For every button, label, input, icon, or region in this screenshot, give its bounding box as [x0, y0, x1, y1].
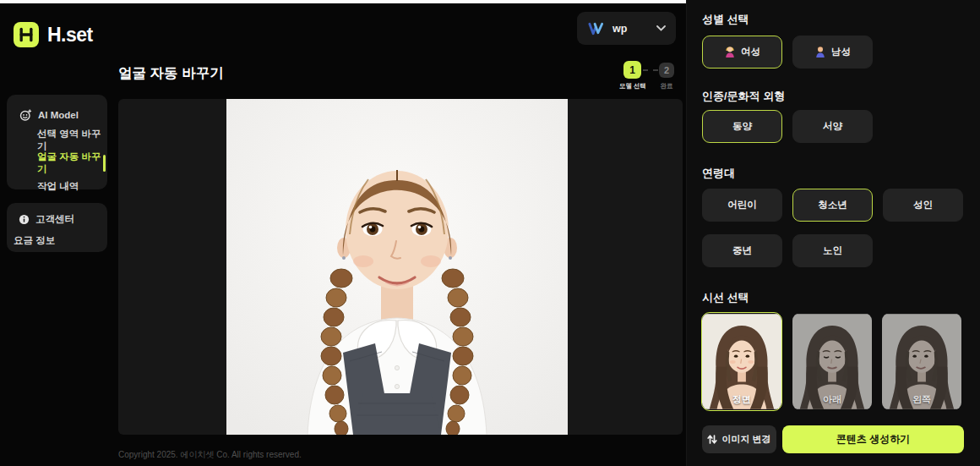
app-logo[interactable]: [14, 22, 39, 47]
h-set-mark-icon: [18, 26, 35, 43]
workspace-dropdown[interactable]: wp: [577, 12, 676, 45]
sidebar-item-label: 얼굴 자동 바꾸기: [37, 151, 107, 176]
gaze-thumbnail-label: 왼쪽: [882, 393, 961, 406]
step-1-badge: 1: [623, 61, 641, 79]
top-light-strip: [0, 0, 695, 3]
option-label: 어린이: [727, 199, 757, 211]
age-option-middle-aged[interactable]: 중년: [702, 234, 782, 267]
option-label: 성인: [913, 199, 933, 211]
change-image-button[interactable]: 이미지 변경: [702, 425, 776, 453]
app-logo-text: H.set: [47, 22, 93, 47]
male-person-icon: [814, 46, 826, 58]
active-indicator-bar: [103, 155, 106, 172]
wp-logo-icon: [587, 21, 605, 36]
model-photo-girl: [226, 99, 568, 435]
sidebar-item-label: 작업 내역: [37, 180, 79, 193]
gaze-thumbnail-label: 아래: [792, 393, 872, 406]
gender-option-female[interactable]: 여성: [702, 36, 782, 69]
gaze-option-front[interactable]: 정면: [701, 312, 782, 411]
sidebar-item-select-area-swap[interactable]: 선택 영역 바꾸기: [7, 130, 107, 151]
step-1-label: 모델 선택: [614, 82, 651, 90]
gaze-option-down[interactable]: 아래: [792, 312, 873, 411]
sidebar-section-label: AI Model: [38, 110, 79, 120]
option-label: 남성: [831, 46, 851, 58]
age-option-child[interactable]: 어린이: [702, 189, 782, 222]
ethnicity-option-eastern[interactable]: 동양: [702, 110, 782, 143]
swap-vertical-icon: [707, 434, 717, 445]
option-label: 청소년: [818, 199, 847, 211]
sidebar-menu: AI Model 선택 영역 바꾸기 얼굴 자동 바꾸기 작업 내역: [7, 95, 107, 189]
sidebar-item-pricing[interactable]: 요금 정보: [7, 230, 107, 250]
age-option-senior[interactable]: 노인: [792, 234, 873, 267]
gaze-thumbnail-label: 정면: [702, 393, 781, 406]
page-title: 얼굴 자동 바꾸기: [118, 64, 224, 83]
ethnicity-section-label: 인종/문화적 외형: [702, 89, 785, 104]
ai-model-face-icon: [19, 109, 32, 122]
step-2-label: 완료: [648, 82, 685, 90]
info-icon: [19, 214, 30, 225]
gender-option-male[interactable]: 남성: [792, 36, 873, 69]
gaze-section-label: 시선 선택: [702, 290, 749, 305]
sidebar-section-ai-model: AI Model: [7, 105, 107, 125]
step-connector: [643, 69, 658, 71]
option-label: 서양: [823, 120, 842, 133]
sidebar-support: 고객센터 요금 정보: [7, 203, 107, 252]
age-option-teen[interactable]: 청소년: [792, 189, 873, 222]
age-option-adult[interactable]: 성인: [883, 189, 963, 222]
age-section-label: 연령대: [702, 166, 735, 181]
generate-content-button[interactable]: 콘텐츠 생성하기: [782, 425, 964, 453]
sidebar-item-auto-face-swap[interactable]: 얼굴 자동 바꾸기: [7, 153, 107, 173]
chevron-down-icon: [656, 25, 666, 31]
sidebar-item-label: 요금 정보: [14, 234, 55, 247]
sidebar-item-customer-center[interactable]: 고객센터: [7, 209, 107, 229]
options-panel: 성별 선택 여성 남성 인종/문화적 외형: [686, 0, 980, 466]
female-person-icon: [724, 46, 736, 58]
gaze-option-left[interactable]: 왼쪽: [881, 312, 962, 411]
option-label: 중년: [732, 244, 752, 257]
ethnicity-option-western[interactable]: 서양: [792, 110, 873, 143]
generate-content-label: 콘텐츠 생성하기: [836, 432, 910, 447]
gender-section-label: 성별 선택: [702, 12, 749, 27]
option-label: 동양: [732, 120, 752, 133]
copyright-text: Copyright 2025. 에이치셋 Co. All rights rese…: [118, 449, 302, 461]
sidebar-item-job-history[interactable]: 작업 내역: [7, 176, 107, 196]
sidebar-item-label: 고객센터: [35, 213, 74, 226]
sidebar-item-label: 선택 영역 바꾸기: [37, 128, 107, 153]
change-image-label: 이미지 변경: [721, 433, 770, 446]
app-root: H.set wp 얼굴 자동 바꾸기 1 2 모델 선택 완료: [0, 0, 980, 466]
step-2-badge: 2: [659, 63, 674, 78]
option-label: 여성: [741, 46, 760, 58]
option-label: 노인: [823, 244, 842, 257]
workspace-name: wp: [612, 23, 649, 35]
